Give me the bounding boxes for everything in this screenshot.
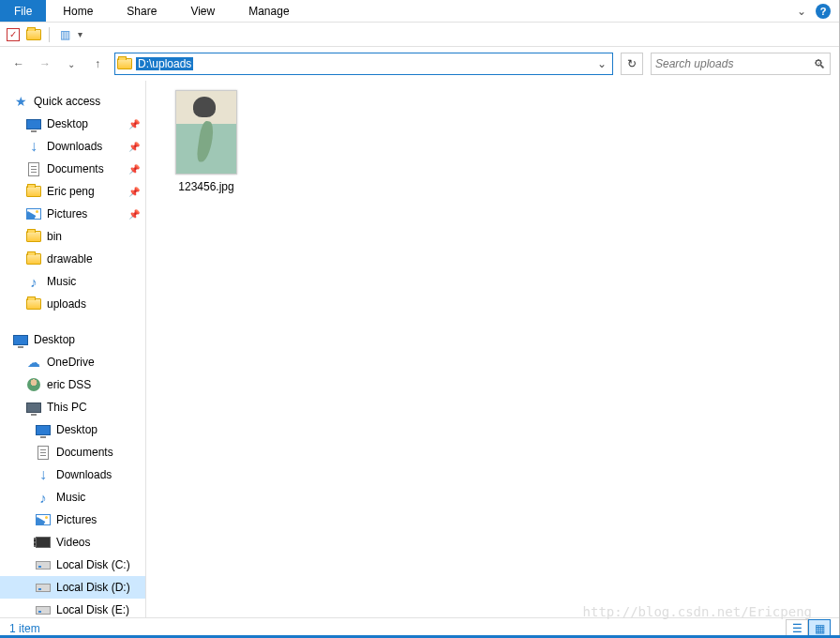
ribbon-tab-manage[interactable]: Manage: [232, 0, 306, 22]
nav-item-downloads[interactable]: ↓ Downloads 📌: [0, 135, 145, 158]
drive-icon: [36, 580, 51, 595]
picture-icon: [36, 512, 51, 527]
back-button[interactable]: ←: [9, 54, 28, 73]
nav-label: Music: [47, 275, 76, 288]
address-bar[interactable]: D:\uploads ⌄: [114, 53, 613, 75]
pin-icon: 📌: [128, 119, 140, 129]
drive-icon: [36, 602, 51, 617]
nav-label: Music: [56, 491, 85, 504]
nav-label: Desktop: [47, 117, 88, 130]
status-text: 1 item: [9, 622, 40, 635]
nav-item-pc-drive-e[interactable]: Local Disk (E:): [0, 599, 145, 617]
download-icon: ↓: [26, 139, 41, 154]
nav-item-pc-videos[interactable]: Videos: [0, 531, 145, 554]
nav-desktop-group[interactable]: Desktop: [0, 328, 145, 351]
drive-icon: [36, 557, 51, 572]
ribbon-tab-home[interactable]: Home: [46, 0, 110, 22]
nav-label: Desktop: [34, 333, 75, 346]
nav-item-pictures[interactable]: Pictures 📌: [0, 203, 145, 225]
nav-item-pc-documents[interactable]: Documents: [0, 441, 145, 463]
nav-label: Downloads: [56, 468, 112, 481]
nav-item-uploads[interactable]: uploads: [0, 293, 145, 315]
folder-icon: [26, 184, 41, 199]
nav-item-onedrive[interactable]: ☁ OneDrive: [0, 351, 145, 373]
ribbon-collapse-icon[interactable]: ⌄: [797, 5, 806, 18]
nav-item-pc-music[interactable]: ♪ Music: [0, 486, 145, 509]
nav-label: Local Disk (D:): [56, 581, 130, 594]
nav-label: OneDrive: [47, 356, 95, 369]
cloud-icon: ☁: [26, 355, 41, 370]
nav-item-user[interactable]: eric DSS: [0, 373, 145, 396]
recent-dropdown-icon[interactable]: ⌄: [62, 54, 81, 73]
nav-item-pc-drive-c[interactable]: Local Disk (C:): [0, 554, 145, 576]
refresh-button[interactable]: ↻: [621, 53, 643, 75]
nav-item-desktop[interactable]: Desktop 📌: [0, 113, 145, 135]
pin-icon: 📌: [128, 164, 140, 175]
nav-label: eric DSS: [47, 378, 91, 391]
nav-item-documents[interactable]: Documents 📌: [0, 158, 145, 180]
forward-button[interactable]: →: [36, 54, 54, 73]
nav-label: Pictures: [56, 513, 97, 526]
address-path[interactable]: D:\uploads: [136, 57, 193, 70]
search-icon[interactable]: 🔍︎: [814, 57, 826, 71]
download-icon: ↓: [36, 467, 51, 482]
nav-label: Downloads: [47, 140, 102, 153]
document-icon: [36, 445, 51, 460]
nav-item-drawable[interactable]: drawable: [0, 248, 145, 270]
nav-quick-access[interactable]: ★ Quick access: [0, 90, 145, 113]
navigation-pane[interactable]: ★ Quick access Desktop 📌 ↓ Downloads 📌 D…: [0, 81, 145, 617]
nav-item-bin[interactable]: bin: [0, 225, 145, 248]
nav-item-pc-drive-d[interactable]: Local Disk (D:): [0, 576, 145, 599]
file-item[interactable]: 123456.jpg: [164, 90, 248, 193]
search-box[interactable]: 🔍︎: [651, 53, 831, 75]
monitor-icon: [26, 116, 41, 131]
nav-label: bin: [47, 230, 62, 243]
nav-label: Documents: [56, 446, 113, 459]
ribbon-tabs: File Home Share View Manage ⌄ ?: [0, 0, 840, 23]
up-button[interactable]: ↑: [88, 54, 107, 73]
nav-item-thispc[interactable]: This PC: [0, 396, 145, 418]
nav-label: Documents: [47, 162, 104, 175]
user-icon: [26, 377, 41, 392]
nav-label: Videos: [56, 536, 90, 549]
file-name: 123456.jpg: [178, 180, 233, 193]
ribbon-tab-view[interactable]: View: [173, 0, 232, 22]
folder-icon: [26, 229, 41, 244]
qat-properties-icon[interactable]: ✓: [6, 27, 21, 42]
folder-icon: [26, 251, 41, 266]
nav-item-ericpeng[interactable]: Eric peng 📌: [0, 180, 145, 203]
monitor-icon: [26, 400, 41, 415]
star-icon: ★: [13, 94, 28, 109]
folder-icon: [117, 56, 132, 71]
nav-label: uploads: [47, 297, 86, 311]
ribbon-tab-share[interactable]: Share: [110, 0, 173, 22]
nav-item-pc-desktop[interactable]: Desktop: [0, 418, 145, 441]
qat-panel-icon[interactable]: ▥: [57, 27, 72, 42]
monitor-icon: [13, 332, 28, 347]
nav-label: Pictures: [47, 207, 87, 220]
nav-label: Local Disk (C:): [56, 558, 130, 571]
file-thumbnail: [175, 90, 237, 175]
nav-item-music[interactable]: ♪ Music: [0, 270, 145, 293]
nav-item-pc-pictures[interactable]: Pictures: [0, 509, 145, 531]
address-dropdown-icon[interactable]: ⌄: [593, 57, 610, 70]
nav-item-pc-downloads[interactable]: ↓ Downloads: [0, 463, 145, 486]
nav-label: Eric peng: [47, 185, 95, 198]
document-icon: [26, 161, 41, 176]
help-icon[interactable]: ?: [816, 4, 831, 19]
content-area[interactable]: 123456.jpg: [145, 81, 840, 617]
quick-access-toolbar: ✓ ▥ ▾: [0, 23, 840, 47]
folder-icon: [26, 296, 41, 311]
ribbon-tab-file[interactable]: File: [0, 0, 46, 22]
pin-icon: 📌: [128, 209, 140, 220]
navigation-bar: ← → ⌄ ↑ D:\uploads ⌄ ↻ 🔍︎: [0, 47, 840, 81]
nav-label: Desktop: [56, 423, 98, 436]
picture-icon: [26, 206, 41, 221]
pin-icon: 📌: [128, 142, 140, 152]
nav-label: drawable: [47, 252, 93, 266]
search-input[interactable]: [655, 57, 814, 70]
qat-customize-icon[interactable]: ▾: [78, 29, 82, 39]
video-icon: [36, 535, 51, 550]
qat-newfolder-icon[interactable]: [26, 27, 41, 42]
nav-label: Local Disk (E:): [56, 603, 129, 616]
